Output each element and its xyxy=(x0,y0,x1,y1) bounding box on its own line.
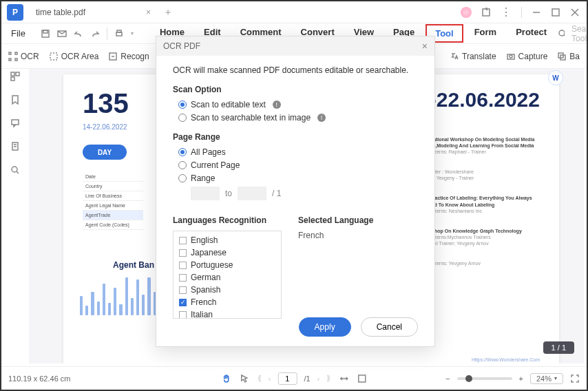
language-italian[interactable]: Italian xyxy=(175,308,280,319)
language-japanese[interactable]: Japanese xyxy=(175,246,280,259)
close-window-icon[interactable] xyxy=(570,8,580,17)
next-page-icon[interactable]: › xyxy=(317,374,320,383)
page-total: /1 xyxy=(304,374,310,383)
undo-icon[interactable] xyxy=(74,29,83,39)
last-page-icon[interactable]: ⟫ xyxy=(326,374,330,383)
radio-all-pages[interactable]: All Pages xyxy=(178,147,418,157)
event-desc: Organizerns: Yevgeny Arnov xyxy=(420,260,540,271)
agent-table: DateCountryLine Of BusinessAgent Legal N… xyxy=(83,172,143,230)
batch-button[interactable]: Ba xyxy=(557,52,580,61)
more-icon[interactable]: ⋮ xyxy=(501,6,512,19)
prev-page-icon[interactable]: ‹ xyxy=(269,374,271,383)
document-tab[interactable]: time table.pdf × xyxy=(29,5,158,20)
search-tools-input[interactable]: Search Tools xyxy=(571,24,588,43)
cancel-button[interactable]: Cancel xyxy=(361,317,418,337)
page-badge: 1 / 1 xyxy=(543,341,574,354)
bar xyxy=(80,296,83,315)
save-icon[interactable] xyxy=(41,29,50,39)
language-french[interactable]: French xyxy=(175,296,280,308)
hand-tool-icon[interactable] xyxy=(222,374,231,383)
menu-tab-form[interactable]: Form xyxy=(466,24,505,43)
search-icon[interactable] xyxy=(558,29,565,39)
capture-icon xyxy=(506,52,516,61)
bookmarks-icon[interactable] xyxy=(10,95,20,105)
search-panel-icon[interactable] xyxy=(10,165,20,175)
page-number-input[interactable] xyxy=(277,372,297,385)
agent-row: Date xyxy=(83,172,143,182)
dialog-title: OCR PDF xyxy=(163,41,200,51)
agent-row: Agent Legal Name xyxy=(83,201,143,211)
radio-scan-searchable[interactable]: Scan to searchable text in image! xyxy=(178,113,418,123)
select-tool-icon[interactable] xyxy=(240,374,249,383)
zoom-select[interactable]: 24%▾ xyxy=(530,373,563,384)
ocr-icon xyxy=(8,52,18,61)
file-menu[interactable]: File xyxy=(7,27,30,40)
apply-button[interactable]: Apply xyxy=(299,317,351,337)
language-english[interactable]: English xyxy=(175,234,280,246)
svg-rect-9 xyxy=(9,52,11,54)
info-icon[interactable]: ! xyxy=(273,101,281,109)
print-icon[interactable] xyxy=(114,29,124,39)
info-icon[interactable]: ! xyxy=(317,114,326,122)
first-page-icon[interactable]: ⟪ xyxy=(258,374,262,383)
redo-icon[interactable] xyxy=(90,29,100,39)
page-navigation: ⟪ ‹ /1 › ⟫ xyxy=(258,372,331,385)
capture-button[interactable]: Capture xyxy=(506,52,548,61)
translate-icon xyxy=(450,52,459,61)
translate-button[interactable]: Translate xyxy=(450,52,496,61)
ocr-area-button[interactable]: OCR Area xyxy=(49,52,99,61)
bar xyxy=(125,277,128,315)
zoom-out-icon[interactable]: − xyxy=(445,374,450,383)
day-button: DAY xyxy=(83,145,127,160)
ocr-area-icon xyxy=(49,52,59,61)
titlebar: P time table.pdf × ＋ ⋮ xyxy=(1,1,587,23)
theme-icon[interactable] xyxy=(461,7,472,18)
fit-width-icon[interactable] xyxy=(339,374,348,383)
range-from-input[interactable] xyxy=(191,187,220,200)
event-desc: The Practice Of Labeling: Everything You… xyxy=(420,195,540,213)
range-to-input[interactable] xyxy=(238,187,266,200)
comments-icon[interactable] xyxy=(10,118,20,128)
radio-current-page[interactable]: Current Page xyxy=(178,160,418,170)
attachments-icon[interactable] xyxy=(10,142,20,151)
recognize-icon xyxy=(108,52,118,61)
zoom-in-icon[interactable]: + xyxy=(519,374,523,383)
new-tab-icon[interactable]: ＋ xyxy=(163,6,173,19)
dialog-close-icon[interactable]: × xyxy=(422,41,428,52)
bar xyxy=(108,303,111,315)
language-spanish[interactable]: Spanish xyxy=(175,284,280,296)
maximize-icon[interactable] xyxy=(551,8,560,17)
svg-point-7 xyxy=(559,30,565,36)
selected-label: Selected Language xyxy=(298,215,418,225)
word-badge-icon[interactable]: W xyxy=(548,70,563,85)
print-dropdown-icon[interactable]: ▾ xyxy=(131,30,134,36)
page-range-label: Page Range xyxy=(173,132,418,142)
fullscreen-icon[interactable] xyxy=(570,374,580,383)
languages-label: Languages Recognition xyxy=(173,215,282,225)
radio-scan-editable[interactable]: Scan to editable text! xyxy=(178,100,418,109)
svg-rect-11 xyxy=(9,59,11,61)
selected-language: French xyxy=(298,231,418,240)
menu-tab-protect[interactable]: Protect xyxy=(507,24,555,43)
fit-page-icon[interactable] xyxy=(357,374,366,383)
language-portuguese[interactable]: Portuguese xyxy=(175,259,280,271)
language-german[interactable]: German xyxy=(175,271,280,284)
language-list[interactable]: EnglishJapanesePortugueseGermanSpanishFr… xyxy=(173,231,282,319)
thumbnails-icon[interactable] xyxy=(10,72,20,81)
close-tab-icon[interactable]: × xyxy=(146,8,151,17)
bar xyxy=(85,306,88,315)
recognize-button[interactable]: Recogn xyxy=(108,52,149,61)
dialog-intro: OCR will make scanned PDF documents edit… xyxy=(173,65,418,75)
bar xyxy=(136,279,139,315)
zoom-slider[interactable] xyxy=(457,377,512,380)
ocr-button[interactable]: OCR xyxy=(8,52,39,61)
svg-point-16 xyxy=(510,55,512,58)
minimize-icon[interactable] xyxy=(532,8,541,17)
mail-icon[interactable] xyxy=(57,29,67,39)
bar xyxy=(91,292,94,315)
svg-rect-19 xyxy=(11,72,14,76)
app-logo: P xyxy=(7,4,23,21)
radio-range[interactable]: Range xyxy=(178,173,418,183)
share-icon[interactable] xyxy=(481,8,491,17)
bar xyxy=(142,295,145,315)
